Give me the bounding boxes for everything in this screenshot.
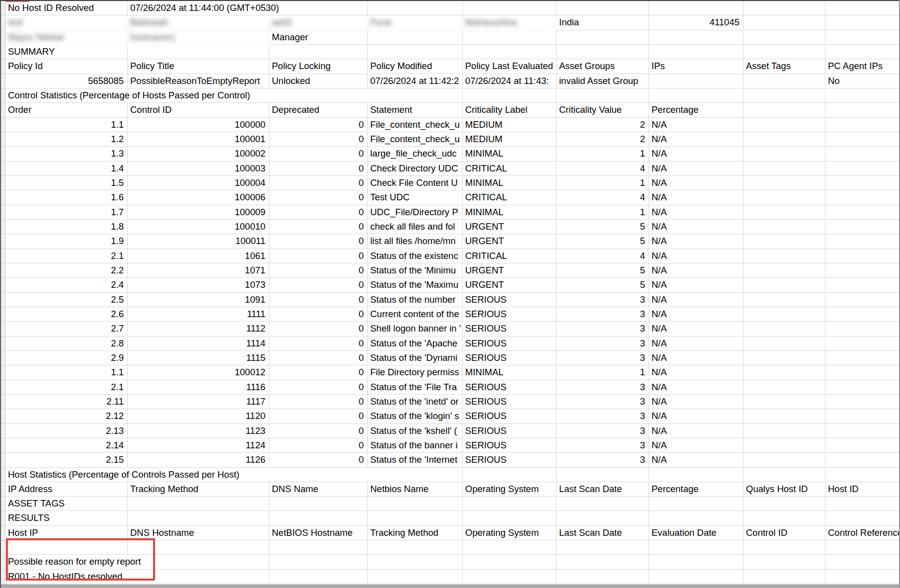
empty-sheet-cell[interactable] xyxy=(649,45,743,59)
sheet-cell[interactable]: N/A xyxy=(649,293,743,307)
empty-sheet-cell[interactable] xyxy=(269,511,368,525)
sheet-cell[interactable]: N/A xyxy=(649,409,743,423)
sheet-cell[interactable]: 0 xyxy=(269,278,368,292)
sheet-cell[interactable]: 4 xyxy=(557,190,649,205)
sheet-cell[interactable]: 2.9 xyxy=(5,351,128,365)
sheet-cell[interactable]: N/A xyxy=(649,234,743,249)
sheet-cell[interactable]: N/A xyxy=(649,307,743,322)
empty-sheet-cell[interactable] xyxy=(743,351,825,365)
sheet-cell[interactable]: Asset Tags xyxy=(743,59,825,74)
empty-sheet-cell[interactable] xyxy=(463,468,557,482)
empty-sheet-cell[interactable] xyxy=(649,497,743,511)
sheet-cell[interactable]: list all files /home/mn xyxy=(368,234,463,249)
empty-sheet-cell[interactable] xyxy=(557,570,649,584)
sheet-cell[interactable]: Status of the banner i xyxy=(368,438,463,453)
sheet-cell[interactable]: 2.13 xyxy=(5,424,128,438)
sheet-cell[interactable]: 0 xyxy=(269,205,368,220)
sheet-cell[interactable]: 1 xyxy=(557,147,649,161)
sheet-cell[interactable]: Percentage xyxy=(649,482,743,497)
sheet-cell[interactable]: Control ID xyxy=(743,526,825,540)
sheet-cell[interactable]: N/A xyxy=(649,278,743,292)
empty-sheet-cell[interactable] xyxy=(825,511,900,525)
sheet-cell[interactable]: 0 xyxy=(269,162,368,176)
sheet-cell[interactable]: Operating System xyxy=(463,526,557,540)
sheet-cell[interactable]: Status of the 'File Tra xyxy=(368,380,463,395)
sheet-cell[interactable]: ASSET TAGS xyxy=(5,497,128,511)
empty-sheet-cell[interactable] xyxy=(743,497,825,511)
sheet-cell[interactable]: 3 xyxy=(557,409,649,423)
sheet-cell[interactable]: Policy Modified xyxy=(368,59,463,74)
sheet-cell[interactable]: large_file_check_udc xyxy=(368,147,463,161)
empty-sheet-cell[interactable] xyxy=(825,307,900,322)
empty-sheet-cell[interactable] xyxy=(825,190,900,205)
sheet-cell[interactable]: Policy Id xyxy=(5,59,128,74)
sheet-cell[interactable]: No xyxy=(825,74,900,88)
sheet-cell[interactable]: File_content_check_u xyxy=(368,118,463,132)
sheet-cell[interactable]: Asset Groups xyxy=(557,59,649,74)
sheet-cell[interactable]: 1061 xyxy=(128,249,269,263)
sheet-cell[interactable]: 3 xyxy=(557,322,649,336)
redacted-cell[interactable]: Maharashtra xyxy=(463,15,557,30)
sheet-cell[interactable]: MEDIUM xyxy=(463,118,557,132)
empty-sheet-cell[interactable] xyxy=(825,468,900,482)
empty-sheet-cell[interactable] xyxy=(825,336,900,351)
sheet-cell[interactable]: SERIOUS xyxy=(463,380,557,395)
sheet-cell[interactable]: N/A xyxy=(649,220,743,234)
empty-sheet-cell[interactable] xyxy=(743,336,825,351)
sheet-cell[interactable]: 1073 xyxy=(128,278,269,292)
sheet-cell[interactable]: UDC_File/Directory P xyxy=(368,205,463,220)
sheet-cell[interactable]: Criticality Value xyxy=(557,103,649,117)
sheet-cell[interactable]: Host IP xyxy=(5,526,128,540)
sheet-cell[interactable]: 1.6 xyxy=(5,190,128,205)
sheet-cell[interactable]: 3 xyxy=(557,438,649,453)
sheet-cell[interactable]: Check Directory UDC xyxy=(368,162,463,176)
empty-sheet-cell[interactable] xyxy=(463,555,557,569)
sheet-cell[interactable]: 1 xyxy=(557,365,649,380)
sheet-cell[interactable]: 0 xyxy=(269,293,368,307)
empty-sheet-cell[interactable] xyxy=(128,511,269,525)
empty-sheet-cell[interactable] xyxy=(825,570,900,584)
sheet-cell[interactable]: N/A xyxy=(649,263,743,278)
empty-sheet-cell[interactable] xyxy=(743,322,825,336)
sheet-cell[interactable]: Status of the 'Minimu xyxy=(368,263,463,278)
sheet-cell[interactable]: N/A xyxy=(649,147,743,161)
sheet-cell[interactable]: 0 xyxy=(269,351,368,365)
sheet-cell[interactable]: 0 xyxy=(269,336,368,351)
sheet-cell[interactable]: N/A xyxy=(649,351,743,365)
empty-sheet-cell[interactable] xyxy=(368,30,463,45)
sheet-cell[interactable]: 0 xyxy=(269,380,368,395)
empty-sheet-cell[interactable] xyxy=(825,103,900,117)
empty-sheet-cell[interactable] xyxy=(743,395,825,409)
sheet-cell[interactable]: N/A xyxy=(649,395,743,409)
empty-sheet-cell[interactable] xyxy=(743,205,825,220)
sheet-cell[interactable]: 1123 xyxy=(128,424,269,438)
empty-sheet-cell[interactable] xyxy=(825,438,900,453)
empty-sheet-cell[interactable] xyxy=(743,453,825,467)
sheet-cell[interactable]: Percentage xyxy=(649,103,743,117)
sheet-cell[interactable]: 1.4 xyxy=(5,162,128,176)
empty-sheet-cell[interactable] xyxy=(825,322,900,336)
empty-sheet-cell[interactable] xyxy=(825,15,900,30)
empty-sheet-cell[interactable] xyxy=(649,540,743,555)
sheet-cell[interactable]: CRITICAL xyxy=(463,190,557,205)
sheet-cell[interactable]: 0 xyxy=(269,424,368,438)
redacted-cell[interactable]: add2 xyxy=(269,15,368,30)
empty-sheet-cell[interactable] xyxy=(825,351,900,365)
sheet-cell[interactable]: 0 xyxy=(269,118,368,132)
sheet-cell[interactable]: N/A xyxy=(649,249,743,263)
sheet-cell[interactable]: 3 xyxy=(557,351,649,365)
sheet-cell[interactable]: 0 xyxy=(269,234,368,249)
sheet-cell[interactable]: 100006 xyxy=(128,190,269,205)
sheet-cell[interactable]: 2.11 xyxy=(5,395,128,409)
sheet-cell[interactable]: 1.9 xyxy=(5,234,128,249)
sheet-cell[interactable]: Qualys Host ID xyxy=(743,482,825,497)
empty-sheet-cell[interactable] xyxy=(825,1,900,15)
sheet-cell[interactable]: URGENT xyxy=(463,234,557,249)
sheet-cell[interactable]: N/A xyxy=(649,424,743,438)
sheet-cell[interactable]: invalid Asset Group xyxy=(557,74,649,88)
empty-sheet-cell[interactable] xyxy=(743,249,825,263)
redacted-cell[interactable]: Pune xyxy=(368,15,463,30)
empty-sheet-cell[interactable] xyxy=(743,1,825,15)
sheet-cell[interactable]: 0 xyxy=(269,322,368,336)
sheet-cell[interactable]: 0 xyxy=(269,190,368,205)
